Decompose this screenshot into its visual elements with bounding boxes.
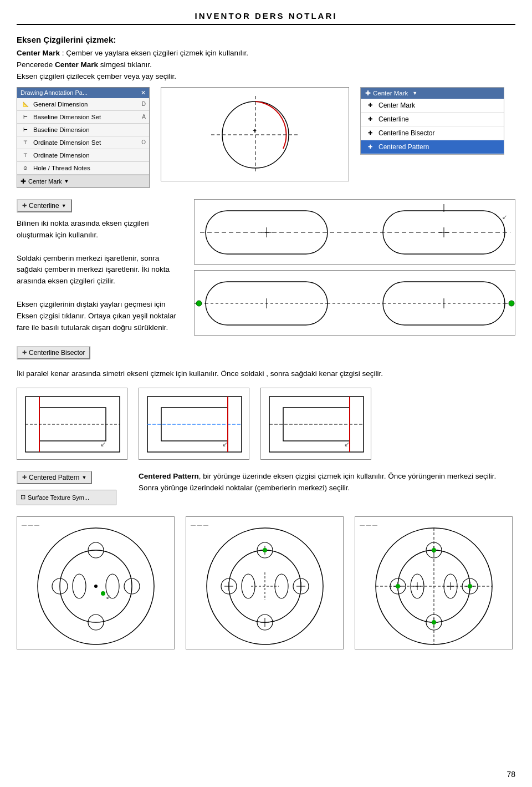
centered-pattern-description: Centered Pattern, bir yörünge üzerinde e… <box>139 471 515 494</box>
menu-item-bisector[interactable]: ✚ Centerline Bisector <box>361 126 504 140</box>
ordinate-set-icon: ⊤ <box>21 138 30 148</box>
svg-point-58 <box>275 574 288 598</box>
ordinate-icon: ⊤ <box>21 150 30 160</box>
center-mark-plus-icon: ✚ <box>21 177 26 185</box>
kenar-row: ↙ ↙ ↙ <box>17 388 515 460</box>
svg-text:↙: ↙ <box>344 440 350 448</box>
menu-centerline-icon: ✚ <box>365 114 375 124</box>
section-title: Eksen Çizgilerini çizmek: <box>17 35 515 44</box>
centered-pattern-section: ✚ Centered Pattern ▼ ⊡ Surface Texture S… <box>17 471 515 505</box>
menu-plus-icon: ✚ <box>365 89 371 97</box>
svg-point-45 <box>73 574 86 598</box>
centerline-tool-button[interactable]: ✚ Centerline ▼ <box>17 199 72 212</box>
page-header: INVENTOR DERS NOTLARI <box>17 11 515 25</box>
panel-bottom-bar: ✚ Center Mark ▼ <box>17 175 149 187</box>
bisector-tool-button[interactable]: ✚ Centerline Bisector <box>17 346 90 359</box>
oval-diagram-2-svg <box>195 271 515 336</box>
header-title: INVENTOR DERS NOTLARI <box>195 11 337 21</box>
surface-icon: ⊡ <box>21 494 25 501</box>
bottom-1-svg: ↙ — — — <box>17 517 175 649</box>
bottom-diagram-2: — — — <box>186 516 344 649</box>
bisector-description: İki paralel kenar arasında simetri eksen… <box>17 368 515 380</box>
kenar-diagram-1: ↙ <box>17 388 127 460</box>
surface-label: Surface Texture Sym... <box>28 494 89 501</box>
kenar-2-svg: ↙ <box>139 388 249 460</box>
centered-pattern-dropdown[interactable]: ▼ <box>81 475 86 480</box>
kenar-diagram-3: ↙ <box>260 388 371 460</box>
circle-diagram-svg: + <box>161 88 349 181</box>
menu-item-centered-pattern[interactable]: ✚ Centered Pattern <box>361 140 504 154</box>
bisector-btn-label: Centerline Bisector <box>29 349 85 357</box>
oval-diagrams-stack: ↙ <box>194 199 515 336</box>
panel-title: Drawing Annotation Pa... <box>21 89 88 97</box>
oval-diagram-1: ↙ <box>194 199 515 265</box>
panel-row-ordinate-set[interactable]: ⊤ Ordinate Dimension Set O <box>17 136 149 149</box>
panel-row-baseline[interactable]: ⊢ Baseline Dimension <box>17 124 149 136</box>
centerline-btn-icon: ✚ <box>22 202 27 209</box>
menu-item-centerline[interactable]: ✚ Centerline <box>361 113 504 126</box>
svg-text:↙: ↙ <box>106 593 111 600</box>
centerline-section: ✚ Centerline ▼ Bilinen iki nokta arasınd… <box>17 199 515 338</box>
general-dim-icon: 📐 <box>21 99 30 109</box>
menu-header: ✚ Center Mark ▼ <box>361 88 504 99</box>
svg-point-94 <box>396 584 400 588</box>
section1-text: Center Mark : Çember ve yaylara eksen çi… <box>17 48 515 83</box>
panel-bottom-arrow[interactable]: ▼ <box>64 179 69 184</box>
menu-header-label: Center Mark <box>373 90 408 97</box>
bisector-button-area: ✚ Centerline Bisector <box>17 346 90 359</box>
surface-texture-btn[interactable]: ⊡ Surface Texture Sym... <box>17 490 116 505</box>
top-row: Drawing Annotation Pa... ✕ 📐 General Dim… <box>17 87 515 188</box>
page-number: 78 <box>507 770 515 779</box>
svg-point-96 <box>432 620 436 624</box>
menu-bisector-icon: ✚ <box>365 128 375 138</box>
bottom-2-svg: — — — <box>186 517 344 649</box>
panel-row-ordinate[interactable]: ⊤ Ordinate Dimension <box>17 149 149 162</box>
center-mark-menu: ✚ Center Mark ▼ ✚ Center Mark ✚ Centerli… <box>360 87 504 155</box>
svg-text:↙: ↙ <box>222 440 228 448</box>
oval-diagram-2 <box>194 270 515 336</box>
svg-point-47 <box>94 585 98 588</box>
hole-icon: ⊙ <box>21 163 30 173</box>
menu-center-mark-icon: ✚ <box>365 100 375 110</box>
centered-pattern-left: ✚ Centered Pattern ▼ ⊡ Surface Texture S… <box>17 471 127 505</box>
centered-pattern-btn-label: Centered Pattern <box>29 474 79 481</box>
centerline-btn-label: Centerline <box>29 202 59 210</box>
svg-point-69 <box>263 548 267 552</box>
panel-close-icon[interactable]: ✕ <box>141 89 146 97</box>
bottom-3-svg: — — — <box>355 517 513 649</box>
centerline-left: ✚ Centerline ▼ Bilinen iki nokta arasınd… <box>17 199 183 338</box>
kenar-diagram-2: ↙ <box>139 388 249 460</box>
centerline-button-area: ✚ Centerline ▼ <box>17 199 183 212</box>
center-mark-label: Center Mark <box>28 178 62 185</box>
kenar-3-svg: ↙ <box>261 388 371 460</box>
svg-point-93 <box>432 548 436 552</box>
bisector-btn-icon: ✚ <box>22 349 27 356</box>
bottom-diagrams: ↙ — — — <box>17 516 515 649</box>
svg-text:+: + <box>253 127 257 135</box>
kenar-1-svg: ↙ <box>17 388 127 460</box>
oval-diagram-1-svg: ↙ <box>195 200 515 265</box>
circle-diagram: + <box>161 87 349 181</box>
centerline-dropdown-arrow[interactable]: ▼ <box>62 203 66 209</box>
bottom-diagram-1: ↙ — — — <box>17 516 175 649</box>
panel-title-bar: Drawing Annotation Pa... ✕ <box>17 88 149 98</box>
panel-row-hole[interactable]: ⊙ Hole / Thread Notes <box>17 162 149 175</box>
bisector-section: ✚ Centerline Bisector <box>17 346 515 359</box>
svg-point-23 <box>509 301 514 306</box>
svg-text:— — —: — — — <box>191 522 208 528</box>
panel-row-general-dim[interactable]: 📐 General Dimension D <box>17 98 149 111</box>
svg-point-95 <box>468 584 472 588</box>
bottom-diagram-3: — — — <box>355 516 513 649</box>
panel-row-baseline-set[interactable]: ⊢ Baseline Dimension Set A <box>17 111 149 124</box>
centerline-description: Bilinen iki nokta arasında eksen çizgile… <box>17 218 183 334</box>
annotation-panel: Drawing Annotation Pa... ✕ 📐 General Dim… <box>17 87 150 188</box>
menu-arrow-icon[interactable]: ▼ <box>412 90 417 96</box>
svg-text:— — —: — — — <box>360 522 377 528</box>
centered-pattern-btn-icon: ✚ <box>22 474 27 480</box>
svg-point-22 <box>196 301 202 306</box>
menu-item-center-mark[interactable]: ✚ Center Mark <box>361 99 504 113</box>
centered-pattern-button[interactable]: ✚ Centered Pattern ▼ <box>17 471 92 484</box>
svg-text:— — —: — — — <box>22 522 39 528</box>
svg-text:↙: ↙ <box>100 440 106 448</box>
baseline-set-icon: ⊢ <box>21 112 30 122</box>
